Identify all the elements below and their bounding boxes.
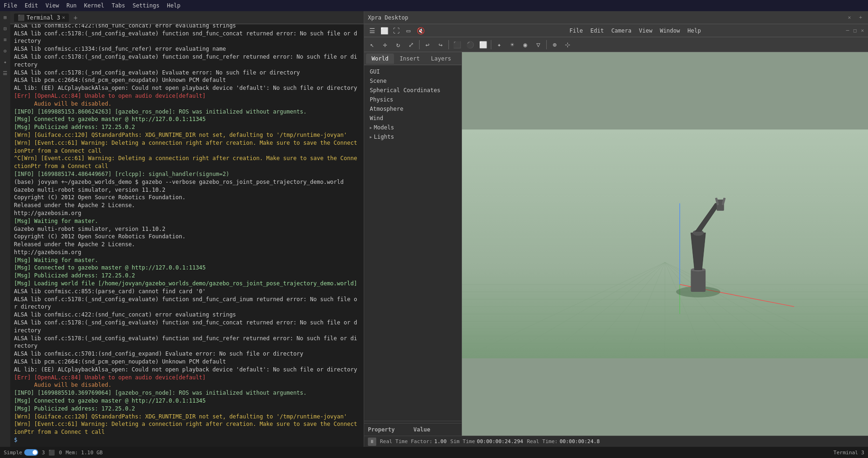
tab-insert[interactable]: Insert [394,54,425,64]
terminal-line: [Wrn] [Guiface.cc:120] QStandardPaths: X… [14,413,360,421]
sys-view[interactable]: View [46,2,59,9]
value-col-header: Value [414,426,430,433]
toolbar-separator-1 [419,40,420,49]
gazebo-menu-window[interactable]: Window [656,27,684,35]
gazebo-minimize-button[interactable]: ─ [844,27,851,34]
sidebar-icon-6[interactable]: ☰ [1,69,9,77]
terminal-panel: ⬛ Terminal 3 ✕ + [Msg] Connected to gaze… [10,11,364,447]
terminal-line: ALSA lib confmisc.c:5701:(snd_config_exp… [14,350,360,358]
terminal-line: [Err] [OpenAL.cc:84] Unable to open audi… [14,92,360,100]
sidebar-icon-1[interactable]: ⊞ [1,13,9,21]
sidebar-icon-3[interactable]: ≡ [1,35,9,44]
terminal-line: [INFO] [1699885153.860624263] [gazebo_ro… [14,108,360,116]
spot-light-button[interactable]: ◉ [519,39,531,51]
terminal-line: AL lib: (EE) ALCplaybackAlsa_open: Could… [14,84,360,92]
cursor-tool-button[interactable]: ↖ [366,39,378,51]
rotate-tool-button[interactable]: ↻ [392,39,404,51]
terminal-new-tab-button[interactable]: + [72,14,79,21]
kernel-count: 3 [42,450,45,456]
toggle-track[interactable] [24,449,38,456]
real-time-label: Real Time: [527,438,557,445]
sun-light-button[interactable]: ☀ [506,39,518,51]
redo-button[interactable]: ↪ [434,39,447,51]
sys-edit[interactable]: Edit [25,2,38,9]
tree-item-physics[interactable]: Physics [364,95,461,104]
terminal-close-button[interactable]: ✕ [62,14,65,20]
gazebo-menu-file[interactable]: File [566,27,587,35]
3d-viewport[interactable] [462,52,868,436]
gazebo-select-icon[interactable]: ⬜ [378,25,390,37]
terminal-content[interactable]: [Msg] Connected to gazebo master @ http:… [10,24,364,447]
undo-button[interactable]: ↩ [421,39,434,51]
bottom-terminal-label: Terminal 3 [834,450,864,456]
toggle-thumb [33,450,37,455]
tree-item-gui[interactable]: GUI [364,67,461,76]
terminal-line: Copyright (C) 2012 Open Source Robotics … [14,194,360,202]
terminal-line: Released under the Apache 2 License. [14,202,360,209]
gazebo-close-button[interactable]: ✕ [859,27,866,34]
sidebar-icon-4[interactable]: ⊙ [1,47,9,55]
gazebo-menu-edit[interactable]: Edit [587,27,608,35]
world-tree: GUI Scene Spherical Coordinates Physics … [364,65,461,419]
sidebar-icon-2[interactable]: ⊡ [1,24,9,33]
gazebo-menu-help[interactable]: Help [684,27,705,35]
pause-button[interactable]: ⏸ [368,438,376,446]
terminal-titlebar: ⬛ Terminal 3 ✕ + [10,11,364,24]
terminal-line: [Msg] Connected to gazebo master @ http:… [14,397,360,405]
sys-tabs[interactable]: Tabs [112,2,125,9]
terminal-tab-title: Terminal 3 [27,14,60,21]
gazebo-tab-bar: World Insert Layers [364,52,461,65]
real-time-factor-item: Real Time Factor: 1.00 [380,438,447,445]
tab-world[interactable]: World [366,54,394,64]
properties-header: Property Value [366,425,460,434]
directional-light-button[interactable]: ▽ [532,39,544,51]
terminal-tab[interactable]: ⬛ Terminal 3 ✕ [14,13,69,22]
point-light-button[interactable]: ✦ [493,39,505,51]
gazebo-menu-camera[interactable]: Camera [608,27,635,35]
xpra-new-button[interactable]: + [857,14,864,21]
sys-run[interactable]: Run [67,2,77,9]
xpra-title: Xpra Desktop [368,14,842,21]
tree-item-scene[interactable]: Scene [364,76,461,86]
sim-time-item: Sim Time 00:00:00:24.294 [450,438,523,445]
real-time-value: 00:00:00:24.8 [560,438,600,445]
toolbar-separator-2 [448,40,449,49]
sys-help[interactable]: Help [167,2,180,9]
gazebo-body: World Insert Layers GUI Scene Spherical … [364,52,868,436]
box-insert-button[interactable]: ⬛ [451,39,463,51]
terminal-line: $ [14,436,360,444]
terminal-line: [Msg] Publicized address: 172.25.0.2 [14,405,360,413]
sys-settings[interactable]: Settings [133,2,160,9]
sys-file[interactable]: File [4,2,17,9]
tree-item-atmosphere[interactable]: Atmosphere [364,104,461,114]
task-count: 0 [59,450,62,456]
tab-layers[interactable]: Layers [425,54,456,64]
terminal-line: [INFO] [1699885510.369769064] [gazebo_ro… [14,389,360,397]
gazebo-speaker-icon[interactable]: 🔇 [414,25,427,37]
sys-kernel[interactable]: Kernel [84,2,104,9]
simple-toggle[interactable]: Simple [4,449,38,456]
gazebo-hamburger-icon[interactable]: ☰ [366,25,378,37]
tree-item-spherical[interactable]: Spherical Coordinates [364,86,461,95]
left-sidebar: ⊞ ⊡ ≡ ⊙ ✦ ☰ [0,11,10,447]
gazebo-menu-view[interactable]: View [635,27,656,35]
tree-item-wind[interactable]: Wind [364,114,461,123]
terminal-line: [Err] [OpenAL.cc:84] Unable to open audi… [14,374,360,382]
tree-item-models[interactable]: Models [364,123,461,132]
measure-button[interactable]: ⊹ [562,39,574,51]
gazebo-monitor-icon[interactable]: ▭ [402,25,414,37]
gazebo-expand-icon[interactable]: ⛶ [390,25,402,37]
real-time-item: Real Time: 00:00:00:24.8 [527,438,599,445]
cylinder-insert-button[interactable]: ⬜ [477,39,489,51]
sphere-insert-button[interactable]: ⚫ [464,39,476,51]
sidebar-icon-5[interactable]: ✦ [1,58,9,66]
terminal-line: ALSA lib conf.c:5178:(_snd_config_evalua… [14,69,360,77]
scale-tool-button[interactable]: ⤢ [405,39,417,51]
xpra-close-button[interactable]: ✕ [846,14,853,21]
terminal-line: [Msg] Publicized address: 172.25.0.2 [14,123,360,131]
gazebo-maximize-button[interactable]: □ [851,27,859,34]
terminal-line: [Msg] Publicized address: 172.25.0.2 [14,272,360,280]
tree-item-lights[interactable]: Lights [364,132,461,141]
translate-tool-button[interactable]: ✛ [379,39,391,51]
magnet-button[interactable]: ⊕ [549,39,561,51]
